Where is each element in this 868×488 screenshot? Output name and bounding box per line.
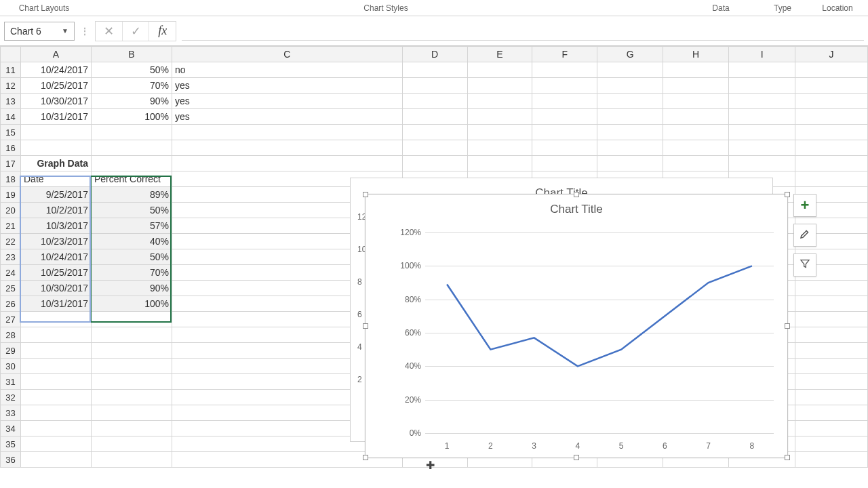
cell[interactable] xyxy=(402,125,467,140)
cell[interactable] xyxy=(597,109,663,125)
cell[interactable]: 10/3/2017 xyxy=(20,218,91,234)
cell[interactable] xyxy=(172,125,402,140)
cell[interactable] xyxy=(663,109,729,125)
cell[interactable] xyxy=(729,156,795,171)
row-header[interactable]: 16 xyxy=(1,140,21,156)
cell[interactable] xyxy=(795,125,868,140)
cell[interactable] xyxy=(467,140,532,156)
cell[interactable]: yes xyxy=(172,94,402,109)
cell[interactable] xyxy=(172,140,402,156)
row-header[interactable]: 19 xyxy=(1,187,21,203)
cell[interactable] xyxy=(729,140,795,156)
cell[interactable] xyxy=(532,62,597,78)
cell[interactable]: 10/25/2017 xyxy=(20,265,91,281)
cell[interactable] xyxy=(91,405,172,421)
cell[interactable] xyxy=(795,171,868,187)
cell[interactable]: 10/24/2017 xyxy=(20,62,91,78)
cell[interactable] xyxy=(795,405,868,421)
cell[interactable] xyxy=(91,327,172,343)
cell[interactable]: yes xyxy=(172,109,402,125)
cell[interactable] xyxy=(532,109,597,125)
insert-function-button[interactable]: fx xyxy=(149,22,176,41)
cell[interactable] xyxy=(20,359,91,374)
cell[interactable] xyxy=(663,94,729,109)
cell[interactable]: 10/31/2017 xyxy=(20,296,91,312)
cell[interactable] xyxy=(597,78,663,94)
cell[interactable] xyxy=(729,78,795,94)
cell[interactable] xyxy=(795,359,868,374)
cell[interactable] xyxy=(20,421,91,436)
cell[interactable] xyxy=(467,109,532,125)
cell[interactable]: 9/25/2017 xyxy=(20,187,91,203)
cell[interactable] xyxy=(532,78,597,94)
row-header[interactable]: 23 xyxy=(1,249,21,265)
cell[interactable]: 10/23/2017 xyxy=(20,234,91,249)
row-header[interactable]: 36 xyxy=(1,452,21,468)
cancel-button[interactable]: ✕ xyxy=(96,22,122,41)
cell[interactable] xyxy=(795,94,868,109)
cell[interactable]: 10/30/2017 xyxy=(20,281,91,296)
cell[interactable] xyxy=(795,327,868,343)
cell[interactable]: 50% xyxy=(91,249,172,265)
resize-handle[interactable] xyxy=(785,455,790,460)
cell[interactable] xyxy=(20,452,91,468)
row-header[interactable]: 32 xyxy=(1,390,21,405)
cell[interactable] xyxy=(91,374,172,390)
cell[interactable] xyxy=(597,140,663,156)
cell[interactable] xyxy=(20,405,91,421)
chart-filters-button[interactable] xyxy=(793,253,816,277)
cell[interactable] xyxy=(597,62,663,78)
cell[interactable] xyxy=(729,94,795,109)
resize-handle[interactable] xyxy=(363,455,368,460)
column-header[interactable]: G xyxy=(597,47,663,62)
cell[interactable] xyxy=(20,312,91,327)
row-header[interactable]: 15 xyxy=(1,125,21,140)
cell[interactable]: 100% xyxy=(91,109,172,125)
cell[interactable] xyxy=(91,359,172,374)
column-header[interactable]: D xyxy=(402,47,467,62)
column-header[interactable]: H xyxy=(663,47,729,62)
cell[interactable] xyxy=(20,343,91,359)
cell[interactable] xyxy=(467,125,532,140)
resize-handle[interactable] xyxy=(574,192,579,197)
cell[interactable]: Date xyxy=(20,171,91,187)
row-header[interactable]: 24 xyxy=(1,265,21,281)
cell[interactable] xyxy=(402,140,467,156)
row-header[interactable]: 34 xyxy=(1,421,21,436)
cell[interactable] xyxy=(91,390,172,405)
cell[interactable] xyxy=(20,125,91,140)
cell[interactable] xyxy=(402,78,467,94)
chart-styles-button[interactable] xyxy=(793,224,816,247)
cell[interactable] xyxy=(467,94,532,109)
cell[interactable] xyxy=(91,125,172,140)
cell[interactable] xyxy=(597,156,663,171)
column-header[interactable]: F xyxy=(532,47,597,62)
spreadsheet[interactable]: ABCDEFGHIJ 1110/24/201750%no1210/25/2017… xyxy=(0,46,868,468)
cell[interactable] xyxy=(91,140,172,156)
cell[interactable] xyxy=(795,296,868,312)
cell[interactable]: 57% xyxy=(91,218,172,234)
cell[interactable]: 10/2/2017 xyxy=(20,203,91,218)
cell[interactable] xyxy=(20,140,91,156)
name-box[interactable]: Chart 6 ▼ xyxy=(4,22,75,41)
column-header[interactable]: J xyxy=(795,47,868,62)
column-header[interactable]: B xyxy=(91,47,172,62)
cell[interactable] xyxy=(795,436,868,452)
row-header[interactable]: 22 xyxy=(1,234,21,249)
cell[interactable] xyxy=(402,109,467,125)
formula-input[interactable] xyxy=(182,22,864,41)
cell[interactable] xyxy=(20,390,91,405)
cell[interactable] xyxy=(663,156,729,171)
row-header[interactable]: 30 xyxy=(1,359,21,374)
chart-title[interactable]: Chart Title xyxy=(366,195,787,220)
row-header[interactable]: 29 xyxy=(1,343,21,359)
cell[interactable]: 10/24/2017 xyxy=(20,249,91,265)
cell[interactable] xyxy=(663,62,729,78)
cell[interactable]: no xyxy=(172,62,402,78)
column-header[interactable]: I xyxy=(729,47,795,62)
cell[interactable] xyxy=(20,436,91,452)
row-header[interactable]: 25 xyxy=(1,281,21,296)
select-all-corner[interactable] xyxy=(1,47,21,62)
cell[interactable] xyxy=(729,109,795,125)
cell[interactable] xyxy=(402,62,467,78)
